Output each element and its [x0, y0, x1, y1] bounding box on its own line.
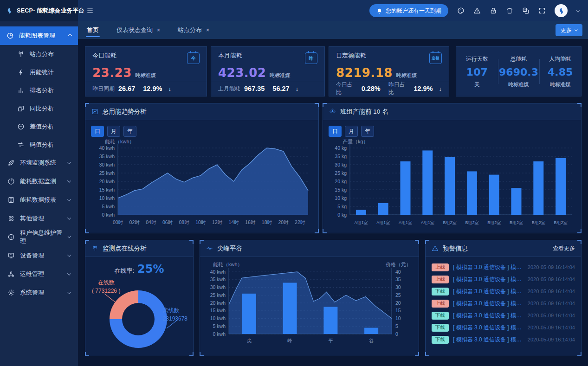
sidebar-group[interactable]: 系统管理 — [0, 283, 78, 302]
svg-text:5 kg: 5 kg — [337, 204, 347, 209]
info-icon — [7, 233, 15, 241]
down-arrow-icon: ↓ — [168, 85, 171, 92]
chevron-down-icon — [575, 28, 578, 31]
alert-row[interactable]: 上线 [ 模拟器 3.0 通信设备 ] 模拟器 3.0... 2020-05-0… — [432, 273, 575, 285]
leaf-icon — [7, 159, 15, 167]
minus-circle-icon — [17, 123, 25, 130]
tab-仪表状态查询[interactable]: 仪表状态查询× — [108, 21, 169, 39]
svg-text:B组2室: B组2室 — [443, 220, 457, 225]
svg-text:20: 20 — [395, 300, 401, 306]
svg-text:产量（kg）: 产量（kg） — [342, 139, 368, 144]
alert-row[interactable]: 下线 [ 模拟器 3.0 通信设备 ] 模拟器 3.0... 2020-05-0… — [432, 334, 575, 346]
sidebar-subitem[interactable]: 站点分布 — [0, 45, 78, 63]
range-tab-月[interactable]: 月 — [107, 126, 120, 137]
svg-text:10: 10 — [395, 315, 401, 321]
panel-peak-valley: 尖峰平谷 能耗（kwh）价格（元）40 kwh4035 kwh3530 kwh3… — [200, 240, 419, 356]
sidebar-subitem[interactable]: 同比分析 — [0, 99, 78, 117]
range-tab-年[interactable]: 年 — [361, 126, 374, 137]
tab-站点分布[interactable]: 站点分布× — [169, 21, 218, 39]
user-menu-chevron-icon[interactable] — [576, 8, 581, 13]
sidebar-group[interactable]: 运维管理 — [0, 265, 78, 283]
alert-row[interactable]: 上线 [ 模拟器 3.0 通信设备 ] 模拟器 3.0... 2020-05-0… — [432, 261, 575, 273]
view-more-link[interactable]: 查看更多 — [553, 244, 575, 252]
alert-time: 2020-05-09 16:14:04 — [528, 337, 575, 342]
sidebar-subitem[interactable]: 用能统计 — [0, 63, 78, 81]
panel-energy-trend: 总用能趋势分析 日月年 能耗（kwh）40 kwh35 kwh30 kwh25 … — [85, 103, 319, 233]
lock-icon[interactable] — [490, 7, 497, 14]
svg-text:A组1室: A组1室 — [399, 220, 412, 225]
sidebar-group[interactable]: 设备管理 — [0, 246, 78, 265]
skin-shirt-icon[interactable] — [506, 7, 513, 14]
sidebar-group[interactable]: 租户信息维护管理 — [0, 228, 78, 246]
range-tab-日[interactable]: 日 — [91, 126, 104, 137]
svg-text:15 kwh: 15 kwh — [99, 187, 115, 193]
top-header: SECP- 能耗综合业务平台 您的账户还有一天到期 — [0, 0, 588, 21]
panel-team-capacity: 班组产能前 10 名 日月年 产量（kg）40 kg35 kg30 kg25 k… — [323, 103, 582, 233]
svg-text:04时: 04时 — [146, 219, 156, 225]
sidebar-subitem[interactable]: 码值分析 — [0, 135, 78, 154]
account-expiry-notice[interactable]: 您的账户还有一天到期 — [369, 4, 448, 17]
alert-row[interactable]: 下线 [ 模拟器 3.0 通信设备 ] 模拟器 3.0... 2020-05-0… — [432, 309, 575, 321]
svg-text:A组1室: A组1室 — [421, 220, 434, 225]
sidebar-item-active-group[interactable]: 能耗图表管理 — [0, 26, 78, 45]
capacity-range-tabs: 日月年 — [329, 126, 575, 137]
status-badge: 下线 — [432, 288, 449, 295]
theme-palette-icon[interactable] — [457, 7, 465, 14]
svg-text:20 kwh: 20 kwh — [99, 179, 115, 184]
chevron-down-icon — [67, 179, 71, 182]
svg-text:能耗（kwh）: 能耗（kwh） — [213, 262, 243, 267]
tab-首页[interactable]: 首页 — [78, 21, 108, 39]
range-tab-日[interactable]: 日 — [329, 126, 342, 137]
svg-text:22时: 22时 — [295, 219, 305, 225]
stat-card: 本月能耗 昨 423.02 吨标准煤 上月能耗967.3556.27↓ — [211, 46, 325, 96]
antenna-icon — [17, 51, 25, 58]
svg-text:A组1室: A组1室 — [354, 220, 368, 225]
stat-cards-row: 今日能耗 今 23.23 吨标准煤 昨日同期26.6712.9%↓ 本月能耗 昨… — [85, 46, 582, 96]
sidebar-subitem[interactable]: 排名分析 — [0, 81, 78, 99]
sidebar-subitem[interactable]: 差值分析 — [0, 117, 78, 135]
tab-close-icon[interactable]: × — [157, 27, 160, 33]
svg-text:B组2室: B组2室 — [465, 220, 478, 225]
panel-title: 总用能趋势分析 — [103, 108, 147, 116]
svg-text:35 kg: 35 kg — [335, 154, 347, 159]
svg-text:20 kg: 20 kg — [335, 179, 347, 184]
alert-row[interactable]: 下线 [ 模拟器 3.0 通信设备 ] 模拟器 3.0... 2020-05-0… — [432, 285, 575, 297]
calendar-icon: 今 — [187, 52, 200, 64]
alert-triangle-icon[interactable] — [473, 7, 481, 14]
tab-close-icon[interactable]: × — [206, 27, 209, 33]
alert-row[interactable]: 下线 [ 模拟器 3.0 通信设备 ] 模拟器 3.0... 2020-05-0… — [432, 321, 575, 334]
charts-row-2: 监测点在线分析 在线率: 25% 在线数( 7731226 )离线数231936… — [85, 240, 582, 356]
alert-row[interactable]: 上线 [ 模拟器 3.0 通信设备 ] 模拟器 3.0... 2020-05-0… — [432, 297, 575, 309]
svg-text:15: 15 — [395, 308, 401, 313]
line-chart-icon — [91, 108, 98, 115]
svg-text:25 kg: 25 kg — [335, 170, 347, 176]
card-value: 8219.18 — [336, 66, 393, 80]
status-badge: 上线 — [432, 263, 449, 271]
svg-text:B组2室: B组2室 — [532, 220, 545, 225]
more-button[interactable]: 更多 — [556, 24, 582, 36]
panel-online-analysis: 监测点在线分析 在线率: 25% 在线数( 7731226 )离线数231936… — [85, 240, 194, 356]
alert-message: [ 模拟器 3.0 通信设备 ] 模拟器 3.0... — [453, 276, 523, 283]
panel-header: 班组产能前 10 名 — [323, 103, 581, 120]
status-badge: 下线 — [432, 312, 449, 320]
app-title: SECP- 能耗综合业务平台 — [17, 7, 84, 15]
svg-text:B组2室: B组2室 — [487, 220, 501, 225]
svg-text:30 kwh: 30 kwh — [99, 162, 115, 167]
sidebar-group[interactable]: 能耗数据报表 — [0, 191, 78, 209]
menu-toggle-icon[interactable] — [86, 7, 94, 14]
sidebar-group[interactable]: 能耗数据监测 — [0, 172, 78, 191]
svg-text:40 kwh: 40 kwh — [210, 269, 226, 275]
range-tab-月[interactable]: 月 — [345, 126, 358, 137]
sidebar-group[interactable]: 环境监测系统 — [0, 154, 78, 172]
online-rate: 在线率: 25% — [91, 263, 187, 276]
donut-ring — [110, 290, 167, 348]
range-tab-年[interactable]: 年 — [123, 126, 136, 137]
user-avatar[interactable] — [555, 4, 568, 17]
sidebar-group[interactable]: 其他管理 — [0, 209, 78, 228]
down-arrow-icon: ↓ — [296, 85, 299, 92]
svg-text:40 kg: 40 kg — [335, 145, 347, 151]
chevron-down-icon — [67, 290, 71, 294]
fullscreen-icon[interactable] — [538, 7, 546, 14]
translate-icon[interactable] — [522, 7, 530, 14]
warning-icon — [432, 245, 439, 252]
